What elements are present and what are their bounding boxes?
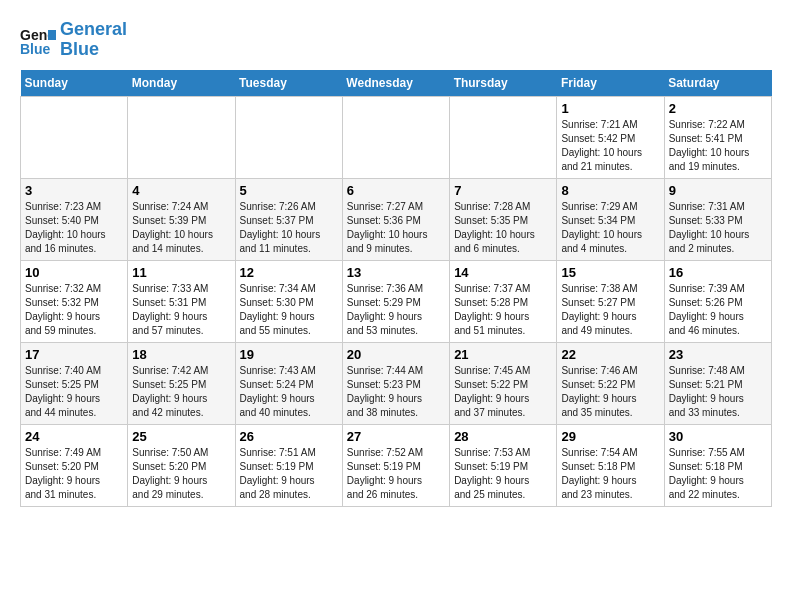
logo-text: GeneralBlue (60, 20, 127, 60)
day-info: Sunrise: 7:43 AM Sunset: 5:24 PM Dayligh… (240, 364, 338, 420)
calendar-week: 1Sunrise: 7:21 AM Sunset: 5:42 PM Daylig… (21, 96, 772, 178)
day-info: Sunrise: 7:40 AM Sunset: 5:25 PM Dayligh… (25, 364, 123, 420)
day-number: 21 (454, 347, 552, 362)
calendar-cell: 14Sunrise: 7:37 AM Sunset: 5:28 PM Dayli… (450, 260, 557, 342)
calendar-cell: 2Sunrise: 7:22 AM Sunset: 5:41 PM Daylig… (664, 96, 771, 178)
calendar-cell (450, 96, 557, 178)
day-info: Sunrise: 7:23 AM Sunset: 5:40 PM Dayligh… (25, 200, 123, 256)
day-info: Sunrise: 7:44 AM Sunset: 5:23 PM Dayligh… (347, 364, 445, 420)
calendar-cell: 7Sunrise: 7:28 AM Sunset: 5:35 PM Daylig… (450, 178, 557, 260)
calendar-cell: 19Sunrise: 7:43 AM Sunset: 5:24 PM Dayli… (235, 342, 342, 424)
day-number: 16 (669, 265, 767, 280)
day-number: 30 (669, 429, 767, 444)
day-info: Sunrise: 7:21 AM Sunset: 5:42 PM Dayligh… (561, 118, 659, 174)
day-number: 7 (454, 183, 552, 198)
calendar-cell: 4Sunrise: 7:24 AM Sunset: 5:39 PM Daylig… (128, 178, 235, 260)
day-info: Sunrise: 7:32 AM Sunset: 5:32 PM Dayligh… (25, 282, 123, 338)
calendar-week: 24Sunrise: 7:49 AM Sunset: 5:20 PM Dayli… (21, 424, 772, 506)
day-info: Sunrise: 7:33 AM Sunset: 5:31 PM Dayligh… (132, 282, 230, 338)
day-info: Sunrise: 7:37 AM Sunset: 5:28 PM Dayligh… (454, 282, 552, 338)
calendar-body: 1Sunrise: 7:21 AM Sunset: 5:42 PM Daylig… (21, 96, 772, 506)
day-header: Monday (128, 70, 235, 97)
day-number: 3 (25, 183, 123, 198)
calendar-cell (128, 96, 235, 178)
day-info: Sunrise: 7:51 AM Sunset: 5:19 PM Dayligh… (240, 446, 338, 502)
calendar-cell (342, 96, 449, 178)
calendar-week: 17Sunrise: 7:40 AM Sunset: 5:25 PM Dayli… (21, 342, 772, 424)
day-header: Thursday (450, 70, 557, 97)
calendar-cell: 18Sunrise: 7:42 AM Sunset: 5:25 PM Dayli… (128, 342, 235, 424)
calendar-cell: 30Sunrise: 7:55 AM Sunset: 5:18 PM Dayli… (664, 424, 771, 506)
calendar-cell: 15Sunrise: 7:38 AM Sunset: 5:27 PM Dayli… (557, 260, 664, 342)
header: General Blue GeneralBlue (20, 20, 772, 60)
day-info: Sunrise: 7:22 AM Sunset: 5:41 PM Dayligh… (669, 118, 767, 174)
calendar-cell: 25Sunrise: 7:50 AM Sunset: 5:20 PM Dayli… (128, 424, 235, 506)
calendar-cell: 11Sunrise: 7:33 AM Sunset: 5:31 PM Dayli… (128, 260, 235, 342)
day-number: 19 (240, 347, 338, 362)
day-number: 26 (240, 429, 338, 444)
day-info: Sunrise: 7:46 AM Sunset: 5:22 PM Dayligh… (561, 364, 659, 420)
calendar-cell: 20Sunrise: 7:44 AM Sunset: 5:23 PM Dayli… (342, 342, 449, 424)
calendar-week: 10Sunrise: 7:32 AM Sunset: 5:32 PM Dayli… (21, 260, 772, 342)
day-number: 1 (561, 101, 659, 116)
day-number: 27 (347, 429, 445, 444)
calendar-cell: 17Sunrise: 7:40 AM Sunset: 5:25 PM Dayli… (21, 342, 128, 424)
day-number: 15 (561, 265, 659, 280)
calendar-cell: 16Sunrise: 7:39 AM Sunset: 5:26 PM Dayli… (664, 260, 771, 342)
day-number: 8 (561, 183, 659, 198)
calendar-cell: 27Sunrise: 7:52 AM Sunset: 5:19 PM Dayli… (342, 424, 449, 506)
day-number: 4 (132, 183, 230, 198)
day-info: Sunrise: 7:34 AM Sunset: 5:30 PM Dayligh… (240, 282, 338, 338)
day-header: Saturday (664, 70, 771, 97)
day-info: Sunrise: 7:24 AM Sunset: 5:39 PM Dayligh… (132, 200, 230, 256)
day-number: 25 (132, 429, 230, 444)
calendar-cell (235, 96, 342, 178)
calendar-table: SundayMondayTuesdayWednesdayThursdayFrid… (20, 70, 772, 507)
day-info: Sunrise: 7:52 AM Sunset: 5:19 PM Dayligh… (347, 446, 445, 502)
calendar-cell: 21Sunrise: 7:45 AM Sunset: 5:22 PM Dayli… (450, 342, 557, 424)
day-number: 5 (240, 183, 338, 198)
day-info: Sunrise: 7:42 AM Sunset: 5:25 PM Dayligh… (132, 364, 230, 420)
day-info: Sunrise: 7:31 AM Sunset: 5:33 PM Dayligh… (669, 200, 767, 256)
calendar-cell: 3Sunrise: 7:23 AM Sunset: 5:40 PM Daylig… (21, 178, 128, 260)
calendar-cell: 5Sunrise: 7:26 AM Sunset: 5:37 PM Daylig… (235, 178, 342, 260)
calendar-cell: 13Sunrise: 7:36 AM Sunset: 5:29 PM Dayli… (342, 260, 449, 342)
day-info: Sunrise: 7:53 AM Sunset: 5:19 PM Dayligh… (454, 446, 552, 502)
day-number: 12 (240, 265, 338, 280)
calendar-cell: 22Sunrise: 7:46 AM Sunset: 5:22 PM Dayli… (557, 342, 664, 424)
day-number: 20 (347, 347, 445, 362)
calendar-week: 3Sunrise: 7:23 AM Sunset: 5:40 PM Daylig… (21, 178, 772, 260)
day-number: 14 (454, 265, 552, 280)
calendar-cell: 9Sunrise: 7:31 AM Sunset: 5:33 PM Daylig… (664, 178, 771, 260)
day-info: Sunrise: 7:48 AM Sunset: 5:21 PM Dayligh… (669, 364, 767, 420)
day-number: 29 (561, 429, 659, 444)
day-info: Sunrise: 7:39 AM Sunset: 5:26 PM Dayligh… (669, 282, 767, 338)
day-number: 2 (669, 101, 767, 116)
day-info: Sunrise: 7:28 AM Sunset: 5:35 PM Dayligh… (454, 200, 552, 256)
calendar-cell: 29Sunrise: 7:54 AM Sunset: 5:18 PM Dayli… (557, 424, 664, 506)
day-number: 22 (561, 347, 659, 362)
day-info: Sunrise: 7:36 AM Sunset: 5:29 PM Dayligh… (347, 282, 445, 338)
day-info: Sunrise: 7:49 AM Sunset: 5:20 PM Dayligh… (25, 446, 123, 502)
day-header: Sunday (21, 70, 128, 97)
calendar-cell: 24Sunrise: 7:49 AM Sunset: 5:20 PM Dayli… (21, 424, 128, 506)
day-number: 11 (132, 265, 230, 280)
svg-marker-2 (48, 30, 56, 40)
calendar-cell: 12Sunrise: 7:34 AM Sunset: 5:30 PM Dayli… (235, 260, 342, 342)
day-number: 18 (132, 347, 230, 362)
day-info: Sunrise: 7:27 AM Sunset: 5:36 PM Dayligh… (347, 200, 445, 256)
day-info: Sunrise: 7:45 AM Sunset: 5:22 PM Dayligh… (454, 364, 552, 420)
calendar-cell: 6Sunrise: 7:27 AM Sunset: 5:36 PM Daylig… (342, 178, 449, 260)
day-number: 17 (25, 347, 123, 362)
calendar-cell: 8Sunrise: 7:29 AM Sunset: 5:34 PM Daylig… (557, 178, 664, 260)
day-number: 6 (347, 183, 445, 198)
day-number: 10 (25, 265, 123, 280)
day-info: Sunrise: 7:29 AM Sunset: 5:34 PM Dayligh… (561, 200, 659, 256)
day-info: Sunrise: 7:55 AM Sunset: 5:18 PM Dayligh… (669, 446, 767, 502)
calendar-cell: 28Sunrise: 7:53 AM Sunset: 5:19 PM Dayli… (450, 424, 557, 506)
calendar-cell: 23Sunrise: 7:48 AM Sunset: 5:21 PM Dayli… (664, 342, 771, 424)
calendar-header: SundayMondayTuesdayWednesdayThursdayFrid… (21, 70, 772, 97)
calendar-cell (21, 96, 128, 178)
calendar-cell: 1Sunrise: 7:21 AM Sunset: 5:42 PM Daylig… (557, 96, 664, 178)
day-info: Sunrise: 7:54 AM Sunset: 5:18 PM Dayligh… (561, 446, 659, 502)
